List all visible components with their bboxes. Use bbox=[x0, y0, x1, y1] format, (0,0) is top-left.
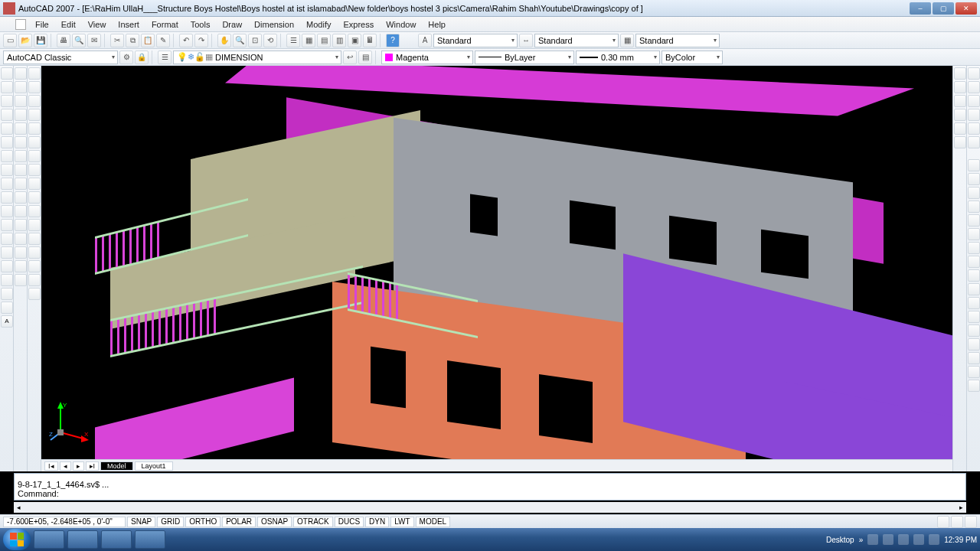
tray-expand-icon[interactable]: » bbox=[859, 536, 864, 544]
layer-previous-button[interactable]: ↩ bbox=[343, 51, 357, 64]
dim-edit-tool[interactable] bbox=[28, 260, 41, 272]
copy-button[interactable]: ⧉ bbox=[126, 34, 139, 47]
color-dropdown[interactable]: Magenta bbox=[381, 51, 473, 64]
union-tool[interactable] bbox=[968, 352, 980, 364]
scroll-left-icon[interactable]: ◂ bbox=[17, 504, 21, 511]
loft-tool[interactable] bbox=[968, 338, 980, 350]
window-maximize-button[interactable]: ▢ bbox=[933, 2, 954, 15]
vs-3dwireframe-tool[interactable] bbox=[968, 81, 980, 93]
dim-ordinate-tool[interactable] bbox=[28, 109, 41, 121]
menu-view[interactable]: View bbox=[82, 18, 113, 31]
polyline-tool[interactable] bbox=[1, 95, 13, 107]
markup-button[interactable]: ▣ bbox=[348, 34, 361, 47]
revolve-tool[interactable] bbox=[968, 324, 980, 337]
menu-draw[interactable]: Draw bbox=[216, 18, 248, 31]
presspull-tool[interactable] bbox=[968, 297, 980, 309]
undo-button[interactable]: ↶ bbox=[179, 34, 193, 47]
taskbar-autocad[interactable] bbox=[135, 530, 165, 549]
insert-block-tool[interactable] bbox=[1, 219, 13, 231]
sheet-set-button[interactable]: ▥ bbox=[332, 34, 346, 47]
show-desktop-label[interactable]: Desktop bbox=[826, 536, 854, 544]
tab-first-button[interactable]: I◂ bbox=[44, 461, 58, 471]
polygon-tool[interactable] bbox=[1, 109, 13, 121]
match-button[interactable]: ✎ bbox=[156, 34, 170, 47]
helix-tool[interactable] bbox=[968, 256, 980, 268]
erase-tool[interactable] bbox=[15, 67, 27, 80]
taskbar-explorer[interactable] bbox=[67, 530, 98, 549]
3dpan-tool[interactable] bbox=[954, 136, 966, 148]
menu-dimension[interactable]: Dimension bbox=[248, 18, 300, 31]
tray-power-icon[interactable] bbox=[929, 534, 939, 545]
plot-preview-button[interactable]: 🔍 bbox=[72, 34, 86, 47]
dim-arc-tool[interactable] bbox=[28, 95, 41, 107]
textstyle1-dropdown[interactable]: Standard bbox=[433, 34, 518, 47]
make-block-tool[interactable] bbox=[1, 233, 13, 245]
dim-radius-tool[interactable] bbox=[28, 122, 41, 135]
layer-states-button[interactable]: ▤ bbox=[358, 51, 372, 64]
subtract-tool[interactable] bbox=[968, 366, 980, 378]
move-tool[interactable] bbox=[15, 136, 27, 148]
dim-jogged-tool[interactable] bbox=[28, 136, 41, 148]
explode-tool[interactable] bbox=[15, 274, 27, 286]
zoom-window-button[interactable]: ⊡ bbox=[248, 34, 262, 47]
clock[interactable]: 12:39 PM bbox=[944, 536, 977, 544]
vs-2dwireframe-tool[interactable] bbox=[968, 67, 980, 80]
grid-toggle[interactable]: GRID bbox=[157, 517, 184, 527]
trim-tool[interactable] bbox=[15, 191, 27, 204]
toolbar-lock-icon[interactable] bbox=[951, 516, 963, 528]
clean-screen-icon[interactable] bbox=[965, 516, 977, 528]
menu-express[interactable]: Express bbox=[337, 18, 380, 31]
command-window[interactable]: 9-8-17_1_1_4464.sv$ ... Command: bbox=[14, 473, 966, 500]
line-tool[interactable] bbox=[1, 67, 13, 80]
dim-aligned-tool[interactable] bbox=[28, 81, 41, 93]
dim-quick-tool[interactable] bbox=[28, 178, 41, 190]
3dswivel-tool[interactable] bbox=[954, 81, 966, 93]
paste-button[interactable]: 📋 bbox=[141, 34, 155, 47]
plotstyle-dropdown[interactable]: ByColor bbox=[662, 51, 723, 64]
comm-center-icon[interactable] bbox=[937, 516, 949, 528]
open-button[interactable]: 📂 bbox=[18, 34, 32, 47]
command-prompt[interactable]: Command: bbox=[18, 489, 962, 498]
offset-tool[interactable] bbox=[15, 109, 27, 121]
extend-tool[interactable] bbox=[15, 205, 27, 217]
hatch-tool[interactable] bbox=[1, 260, 13, 272]
dim-tolerance-tool[interactable] bbox=[28, 233, 41, 245]
cut-button[interactable]: ✂ bbox=[110, 34, 124, 47]
fillet-tool[interactable] bbox=[15, 260, 27, 272]
sphere-tool[interactable] bbox=[968, 201, 980, 213]
3dzoom-tool[interactable] bbox=[954, 122, 966, 135]
design-center-button[interactable]: ▦ bbox=[302, 34, 315, 47]
model-toggle[interactable]: MODEL bbox=[416, 517, 451, 527]
coords-display[interactable]: -7.600E+05, -2.648E+05 , 0'-0" bbox=[3, 517, 126, 527]
mtext-tool[interactable]: A bbox=[1, 315, 13, 328]
window-minimize-button[interactable]: – bbox=[910, 2, 931, 15]
arc-tool[interactable] bbox=[1, 136, 13, 148]
rotate-tool[interactable] bbox=[15, 150, 27, 162]
linetype-dropdown[interactable]: ByLayer bbox=[475, 51, 574, 64]
3dwalk-tool[interactable] bbox=[954, 95, 966, 107]
tab-next-button[interactable]: ▸ bbox=[73, 461, 84, 471]
menu-help[interactable]: Help bbox=[422, 18, 452, 31]
menu-insert[interactable]: Insert bbox=[112, 18, 145, 31]
pyramid-tool[interactable] bbox=[968, 242, 980, 254]
polar-toggle[interactable]: POLAR bbox=[222, 517, 256, 527]
region-tool[interactable] bbox=[1, 288, 13, 300]
tray-security-icon[interactable] bbox=[913, 534, 924, 545]
tray-network-icon[interactable] bbox=[883, 534, 893, 545]
tab-layout1[interactable]: Layout1 bbox=[135, 461, 173, 471]
sweep-tool[interactable] bbox=[968, 311, 980, 323]
xline-tool[interactable] bbox=[1, 81, 13, 93]
menu-window[interactable]: Window bbox=[380, 18, 422, 31]
gradient-tool[interactable] bbox=[1, 274, 13, 286]
spline-tool[interactable] bbox=[1, 178, 13, 190]
box-tool[interactable] bbox=[968, 159, 980, 171]
redo-button[interactable]: ↷ bbox=[194, 34, 208, 47]
mirror-tool[interactable] bbox=[15, 95, 27, 107]
vs-realistic-tool[interactable] bbox=[968, 109, 980, 121]
join-tool[interactable] bbox=[15, 233, 27, 245]
scroll-right-icon[interactable]: ▸ bbox=[959, 504, 963, 511]
dim-linear-tool[interactable] bbox=[28, 67, 41, 80]
otrack-toggle[interactable]: OTRACK bbox=[293, 517, 333, 527]
tool-palettes-button[interactable]: ▤ bbox=[317, 34, 331, 47]
dim-update-tool[interactable] bbox=[28, 288, 41, 300]
